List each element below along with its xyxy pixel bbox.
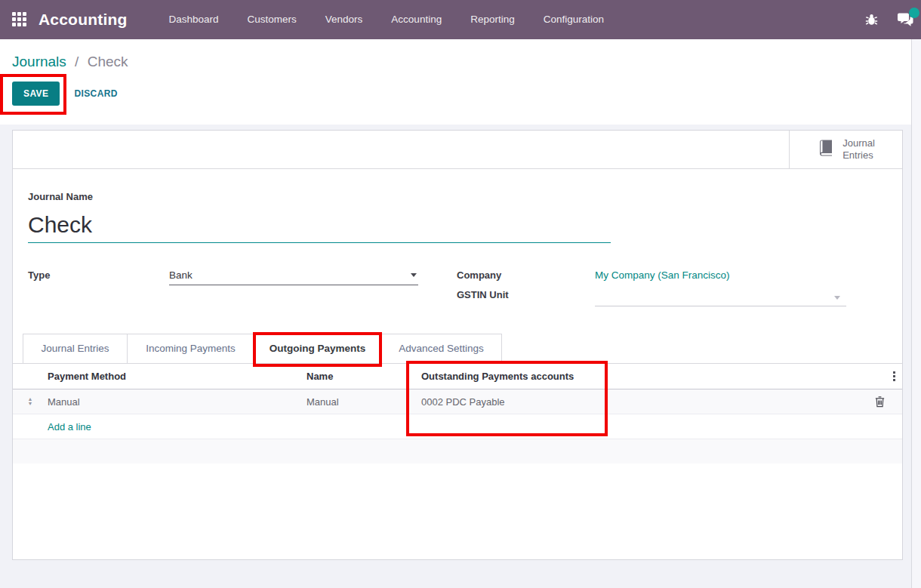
- gstin-unit-label: GSTIN Unit: [457, 289, 595, 300]
- control-panel: Journals / Check SAVE DISCARD: [0, 39, 921, 125]
- breadcrumb: Journals / Check: [12, 54, 921, 70]
- company-label: Company: [457, 269, 595, 281]
- journal-entries-stat-button[interactable]: Journal Entries: [789, 131, 902, 168]
- journal-name-label: Journal Name: [28, 191, 887, 202]
- dropdown-caret-icon: [834, 296, 840, 300]
- notification-badge: [909, 8, 919, 18]
- app-title[interactable]: Accounting: [39, 11, 128, 29]
- journal-name-input[interactable]: Check: [28, 211, 611, 243]
- tab-incoming-payments[interactable]: Incoming Payments: [127, 334, 254, 363]
- content-area: Journal Entries Journal Name Check Type …: [0, 130, 921, 560]
- column-header-outstanding-accounts[interactable]: Outstanding Payments accounts: [421, 371, 857, 382]
- edit-actions: SAVE DISCARD: [12, 82, 921, 106]
- book-icon: [817, 139, 835, 160]
- messages-chat-icon[interactable]: [898, 13, 913, 27]
- debug-bug-icon[interactable]: [865, 13, 878, 26]
- page-scrollbar[interactable]: [911, 39, 921, 588]
- cell-name[interactable]: Manual: [306, 396, 421, 408]
- stat-button-box: Journal Entries: [13, 131, 902, 169]
- tab-outgoing-payments[interactable]: Outgoing Payments: [254, 334, 380, 363]
- field-group-left: Type Bank: [28, 269, 418, 306]
- delete-row-trash-icon[interactable]: [874, 396, 886, 408]
- tab-journal-entries[interactable]: Journal Entries: [23, 334, 127, 363]
- payment-methods-table: Payment Method Name Outstanding Payments…: [13, 364, 902, 463]
- column-header-payment-method[interactable]: Payment Method: [48, 371, 306, 382]
- stat-button-label: Journal Entries: [842, 137, 875, 162]
- gstin-unit-select[interactable]: [595, 289, 846, 306]
- company-value-link[interactable]: My Company (San Francisco): [595, 269, 846, 281]
- drag-handle-icon[interactable]: ▲▼: [28, 397, 33, 406]
- breadcrumb-journals-link[interactable]: Journals: [12, 54, 66, 69]
- column-header-name[interactable]: Name: [306, 371, 421, 382]
- menu-reporting[interactable]: Reporting: [456, 0, 529, 39]
- cell-payment-method[interactable]: Manual: [48, 396, 306, 408]
- breadcrumb-current: Check: [88, 54, 128, 69]
- apps-grid-icon[interactable]: [12, 12, 28, 28]
- menu-vendors[interactable]: Vendors: [311, 0, 377, 39]
- top-navbar: Accounting Dashboard Customers Vendors A…: [0, 0, 921, 39]
- menu-configuration[interactable]: Configuration: [529, 0, 618, 39]
- form-sheet: Journal Name Check Type Bank Company My …: [13, 169, 902, 463]
- add-a-line-link[interactable]: Add a line: [48, 421, 91, 433]
- optional-columns-kebab-icon[interactable]: [893, 371, 895, 381]
- discard-button[interactable]: DISCARD: [74, 88, 117, 99]
- notebook-tabs: Journal Entries Incoming Payments Outgoi…: [23, 334, 502, 363]
- empty-stripe-row: [13, 439, 902, 463]
- notebook-tab-strip: Journal Entries Incoming Payments Outgoi…: [13, 334, 902, 364]
- table-header-row: Payment Method Name Outstanding Payments…: [13, 364, 902, 389]
- type-value: Bank: [169, 269, 193, 281]
- add-line-row: Add a line: [13, 414, 902, 439]
- menu-customers[interactable]: Customers: [233, 0, 311, 39]
- field-group-right: Company My Company (San Francisco) GSTIN…: [457, 269, 846, 306]
- tab-advanced-settings[interactable]: Advanced Settings: [380, 334, 502, 363]
- menu-dashboard[interactable]: Dashboard: [155, 0, 233, 39]
- breadcrumb-separator: /: [75, 54, 79, 69]
- top-menu: Dashboard Customers Vendors Accounting R…: [155, 0, 619, 39]
- fields-row: Type Bank Company My Company (San Franci…: [28, 269, 887, 306]
- cell-outstanding-account[interactable]: 0002 PDC Payable: [421, 396, 857, 408]
- type-label: Type: [28, 269, 169, 281]
- type-select[interactable]: Bank: [169, 269, 418, 285]
- menu-accounting[interactable]: Accounting: [377, 0, 456, 39]
- journal-form-card: Journal Entries Journal Name Check Type …: [12, 130, 903, 560]
- dropdown-caret-icon: [411, 273, 417, 277]
- save-button[interactable]: SAVE: [12, 82, 60, 106]
- table-row: ▲▼ Manual Manual 0002 PDC Payable: [13, 389, 902, 414]
